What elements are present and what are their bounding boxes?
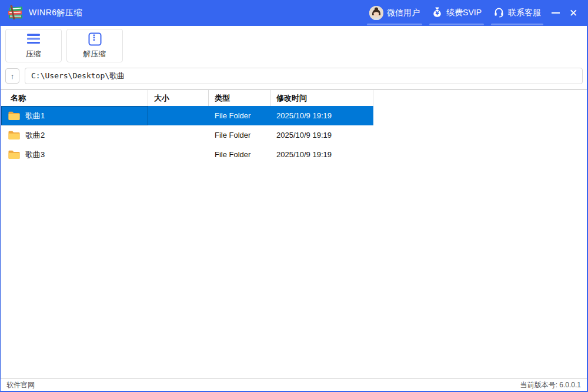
table-row[interactable]: 歌曲3 File Folder 2025/10/9 19:19: [1, 145, 373, 164]
addressbar: ↑: [1, 66, 587, 89]
up-arrow-icon: ↑: [11, 72, 15, 81]
version-text: 当前版本号: 6.0.0.1: [520, 380, 581, 390]
website-link[interactable]: 软件官网: [6, 380, 35, 390]
table-row[interactable]: 歌曲1 File Folder 2025/10/9 19:19: [1, 106, 373, 125]
statusbar: 软件官网 当前版本号: 6.0.0.1: [1, 378, 587, 391]
cell-size: [148, 125, 209, 145]
cell-name: 歌曲3: [25, 150, 45, 160]
minimize-icon: [552, 12, 560, 14]
close-icon: ✕: [569, 8, 577, 18]
app-window: WINR6解压缩 微信用户: [0, 0, 588, 392]
cell-name: 歌曲2: [25, 130, 45, 141]
contact-support-button[interactable]: 联系客服: [487, 0, 547, 26]
compress-button[interactable]: 压缩: [5, 29, 62, 62]
compress-label: 压缩: [26, 49, 41, 59]
titlebar-left: WINR6解压缩: [6, 4, 82, 22]
column-header-type[interactable]: 类型: [209, 90, 270, 106]
cell-type: File Folder: [209, 106, 270, 125]
cell-type: File Folder: [209, 145, 270, 164]
column-header-modified[interactable]: 修改时间: [270, 90, 373, 106]
close-button[interactable]: ✕: [564, 0, 582, 26]
renew-svip-label: 续费SVIP: [446, 8, 482, 18]
cell-name: 歌曲1: [25, 111, 45, 121]
cell-size: [148, 145, 209, 164]
extract-label: 解压缩: [83, 49, 106, 59]
file-table: 名称 大小 类型 修改时间 歌曲1 File Folder: [1, 90, 373, 164]
app-logo-icon: [6, 4, 24, 22]
column-header-name[interactable]: 名称: [1, 90, 148, 106]
up-button[interactable]: ↑: [5, 68, 19, 84]
folder-icon: [8, 111, 20, 121]
folder-icon: [8, 150, 20, 160]
titlebar-right: 微信用户 ¥ 续费SVIP: [363, 0, 582, 26]
column-header-size[interactable]: 大小: [148, 90, 209, 106]
user-avatar-icon: [369, 6, 383, 20]
renew-svip-button[interactable]: ¥ 续费SVIP: [426, 0, 487, 26]
extract-button[interactable]: 解压缩: [66, 29, 123, 62]
file-list-area: 名称 大小 类型 修改时间 歌曲1 File Folder: [1, 89, 587, 378]
wechat-user-button[interactable]: 微信用户: [363, 0, 426, 26]
table-row[interactable]: 歌曲2 File Folder 2025/10/9 19:19: [1, 125, 373, 145]
app-title: WINR6解压缩: [29, 8, 82, 18]
toolbar: 压缩 解压缩: [1, 26, 587, 66]
cell-modified: 2025/10/9 19:19: [270, 145, 373, 164]
contact-support-label: 联系客服: [508, 8, 541, 18]
minimize-button[interactable]: [547, 0, 564, 26]
folder-icon: [8, 131, 20, 140]
cell-type: File Folder: [209, 125, 270, 145]
svg-text:¥: ¥: [436, 11, 439, 16]
cell-size: [148, 106, 209, 125]
list-header: 名称 大小 类型 修改时间: [1, 90, 373, 106]
compress-icon: [26, 32, 41, 46]
cell-modified: 2025/10/9 19:19: [270, 125, 373, 145]
zip-file-icon: [88, 32, 102, 46]
moneybag-icon: ¥: [432, 6, 443, 19]
cell-modified: 2025/10/9 19:19: [270, 106, 373, 125]
path-input[interactable]: [25, 68, 583, 84]
wechat-user-label: 微信用户: [387, 8, 420, 18]
headset-icon: [493, 6, 505, 19]
titlebar: WINR6解压缩 微信用户: [1, 0, 587, 26]
